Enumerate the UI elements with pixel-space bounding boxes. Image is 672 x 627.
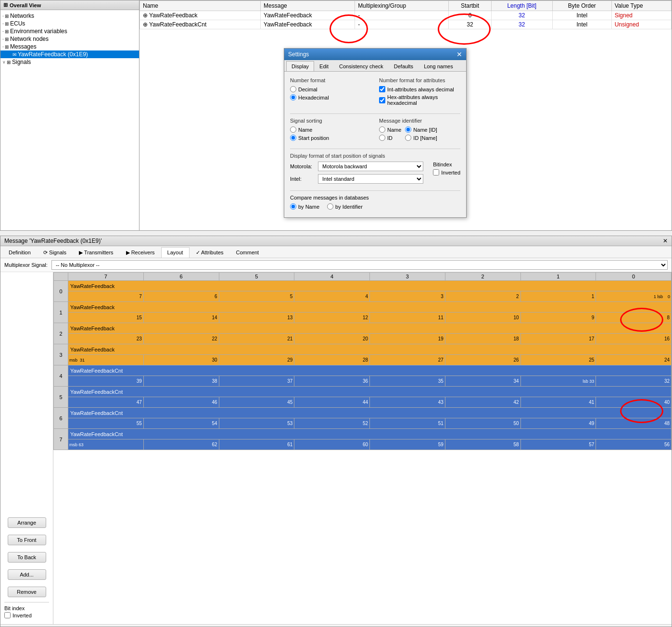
checkbox-hex-hex[interactable]: Hex-attributes always hexadecimal bbox=[379, 94, 460, 106]
cell-2-3[interactable]: 19 bbox=[370, 334, 445, 344]
cell-6-2[interactable]: 50 bbox=[445, 418, 520, 429]
tab-long-names[interactable]: Long names bbox=[418, 61, 458, 71]
add-button[interactable]: Add... bbox=[8, 569, 46, 580]
msg-name-radio[interactable] bbox=[379, 126, 385, 133]
tab-comment[interactable]: Comment bbox=[230, 247, 266, 258]
tab-consistency[interactable]: Consistency check bbox=[334, 61, 389, 71]
tree-item-env-vars[interactable]: - ⊞ Environment variables bbox=[0, 27, 139, 35]
cell-7-6[interactable]: 62 bbox=[143, 439, 219, 450]
cell-3-2[interactable]: 26 bbox=[445, 355, 520, 365]
to-front-button[interactable]: To Front bbox=[8, 535, 46, 545]
cell-4-0[interactable]: 32 bbox=[596, 376, 672, 387]
motorola-select[interactable]: Motorola backward Motorola forward bbox=[318, 162, 423, 171]
radio-msg-name-id[interactable]: Name [ID] bbox=[405, 126, 437, 133]
cell-7-3[interactable]: 59 bbox=[370, 439, 445, 450]
cell-4-7[interactable]: 39 bbox=[68, 376, 144, 387]
radio-sort-startpos[interactable]: Start position bbox=[290, 135, 371, 141]
hex-hex-checkbox[interactable] bbox=[379, 97, 385, 103]
cell-6-3[interactable]: 51 bbox=[370, 418, 445, 429]
cell-5-3[interactable]: 43 bbox=[370, 397, 445, 408]
tree-item-ecus[interactable]: - ⊞ ECUs bbox=[0, 20, 139, 27]
settings-close-button[interactable]: ✕ bbox=[456, 50, 462, 58]
cell-2-0[interactable]: 16 bbox=[596, 334, 672, 344]
cell-3-7-msb[interactable]: msb 31 bbox=[68, 355, 144, 365]
cell-7-0[interactable]: 56 bbox=[596, 439, 672, 450]
tab-receivers[interactable]: ▶ Receivers bbox=[120, 247, 161, 258]
checkbox-int-decimal[interactable]: Int-attributes always decimal bbox=[379, 86, 460, 92]
cell-2-5[interactable]: 21 bbox=[219, 334, 294, 344]
remove-button[interactable]: Remove bbox=[8, 587, 46, 597]
signal-row-2[interactable]: ⊕ YawRateFeedbackCnt YawRateFeedback - 3… bbox=[140, 20, 672, 29]
cell-2-6[interactable]: 22 bbox=[143, 334, 219, 344]
sort-name-radio[interactable] bbox=[290, 126, 296, 133]
cell-7-7-msb[interactable]: msb 63 bbox=[68, 439, 144, 450]
grid-area[interactable]: 7 6 5 4 3 2 1 0 0 bbox=[53, 272, 672, 624]
message-panel-close[interactable]: ✕ bbox=[663, 238, 668, 244]
cell-2-7[interactable]: 23 bbox=[68, 334, 144, 344]
cell-0-0-lsb[interactable]: 1 lsb 0 bbox=[596, 291, 672, 302]
cell-3-4[interactable]: 28 bbox=[294, 355, 370, 365]
cell-4-2[interactable]: 34 bbox=[445, 376, 520, 387]
cell-4-6[interactable]: 38 bbox=[143, 376, 219, 387]
tree-item-messages[interactable]: - ⊞ Messages bbox=[0, 43, 139, 50]
cell-1-6[interactable]: 14 bbox=[143, 313, 219, 323]
cell-2-2[interactable]: 18 bbox=[445, 334, 520, 344]
sort-startpos-radio[interactable] bbox=[290, 135, 296, 141]
radio-by-identifier[interactable]: by Identifier bbox=[327, 203, 363, 210]
cell-7-1[interactable]: 57 bbox=[520, 439, 596, 450]
msg-name-id-radio[interactable] bbox=[405, 126, 411, 133]
cell-0-1[interactable]: 1 bbox=[520, 291, 596, 302]
cell-5-5[interactable]: 45 bbox=[219, 397, 294, 408]
cell-2-1[interactable]: 17 bbox=[520, 334, 596, 344]
intel-select[interactable]: Intel standard Intel forward bbox=[318, 174, 423, 184]
cell-7-5[interactable]: 61 bbox=[219, 439, 294, 450]
cell-2-4[interactable]: 20 bbox=[294, 334, 370, 344]
cell-5-2[interactable]: 42 bbox=[445, 397, 520, 408]
tree-item-signals[interactable]: ∨ ⊞ Signals bbox=[0, 58, 139, 66]
tab-definition[interactable]: Definition bbox=[2, 247, 37, 258]
cell-5-7[interactable]: 47 bbox=[68, 397, 144, 408]
cell-0-6[interactable]: 6 bbox=[143, 291, 219, 302]
cell-5-6[interactable]: 46 bbox=[143, 397, 219, 408]
cell-6-4[interactable]: 52 bbox=[294, 418, 370, 429]
cell-6-5[interactable]: 53 bbox=[219, 418, 294, 429]
cell-6-6[interactable]: 54 bbox=[143, 418, 219, 429]
cell-1-7[interactable]: 15 bbox=[68, 313, 144, 323]
tab-attributes[interactable]: ✓ Attributes bbox=[190, 247, 230, 258]
radio-hexadecimal[interactable]: Hexadecimal bbox=[290, 94, 371, 100]
cell-4-3[interactable]: 35 bbox=[370, 376, 445, 387]
cell-5-4[interactable]: 44 bbox=[294, 397, 370, 408]
cell-1-1[interactable]: 9 bbox=[520, 313, 596, 323]
tab-defaults[interactable]: Defaults bbox=[389, 61, 418, 71]
tab-edit[interactable]: Edit bbox=[314, 61, 334, 71]
cell-1-0[interactable]: 8 bbox=[596, 313, 672, 323]
cell-3-5[interactable]: 29 bbox=[219, 355, 294, 365]
cell-3-0[interactable]: 24 bbox=[596, 355, 672, 365]
tab-layout[interactable]: Layout bbox=[161, 247, 190, 258]
tree-item-yawratefeedback[interactable]: - ✉ YawRateFeedback (0x1E9) bbox=[0, 50, 139, 58]
signal-row-1[interactable]: ⊕ YawRateFeedback YawRateFeedback - 0 32… bbox=[140, 11, 672, 20]
int-decimal-checkbox[interactable] bbox=[379, 86, 385, 92]
msg-id-name-radio[interactable] bbox=[405, 135, 411, 141]
cell-5-1[interactable]: 41 bbox=[520, 397, 596, 408]
cell-3-1[interactable]: 25 bbox=[520, 355, 596, 365]
cell-6-1[interactable]: 49 bbox=[520, 418, 596, 429]
cell-6-0[interactable]: 48 bbox=[596, 418, 672, 429]
cell-0-3[interactable]: 3 bbox=[370, 291, 445, 302]
cell-7-2[interactable]: 58 bbox=[445, 439, 520, 450]
hexadecimal-radio[interactable] bbox=[290, 94, 296, 100]
inverted-row[interactable]: Inverted bbox=[4, 612, 49, 618]
cell-0-4[interactable]: 4 bbox=[294, 291, 370, 302]
multiplex-select[interactable]: -- No Multiplexor -- bbox=[51, 260, 668, 270]
radio-msg-name[interactable]: Name bbox=[379, 126, 401, 133]
cell-1-3[interactable]: 11 bbox=[370, 313, 445, 323]
tab-signals[interactable]: ⟳ Signals bbox=[37, 247, 73, 258]
radio-decimal[interactable]: Decimal bbox=[290, 86, 371, 92]
radio-msg-id-name[interactable]: ID [Name] bbox=[405, 135, 437, 141]
radio-msg-id[interactable]: ID bbox=[379, 135, 401, 141]
cell-7-4[interactable]: 60 bbox=[294, 439, 370, 450]
cell-4-1-lsb[interactable]: lsb 33 bbox=[520, 376, 596, 387]
msg-id-radio[interactable] bbox=[379, 135, 385, 141]
radio-sort-name[interactable]: Name bbox=[290, 126, 371, 133]
cell-0-5[interactable]: 5 bbox=[219, 291, 294, 302]
